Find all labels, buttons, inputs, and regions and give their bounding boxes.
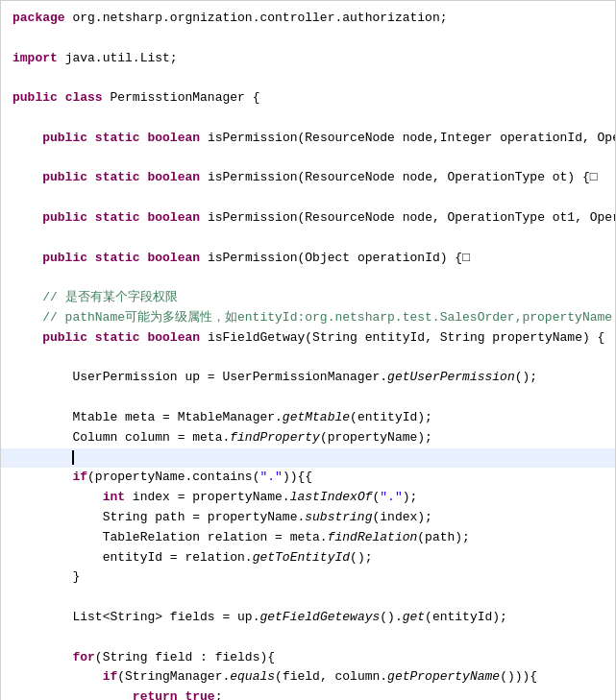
code-line-6	[1, 109, 615, 129]
code-line-12	[1, 229, 615, 249]
code-line-3: import java.util.List;	[1, 49, 615, 69]
code-line-22: Column column = meta.findProperty(proper…	[1, 428, 615, 448]
code-line-5: public class PermisstionManager {	[1, 88, 615, 109]
code-line-1: package org.netsharp.orgnization.control…	[1, 9, 615, 29]
code-line-34: if(StringManager.equals(field, column.ge…	[1, 667, 615, 688]
code-line-4	[1, 68, 615, 88]
code-line-21: Mtable meta = MtableManager.getMtable(en…	[1, 408, 615, 428]
code-editor: package org.netsharp.orgnization.control…	[0, 0, 616, 700]
code-line-7: public static boolean isPermission(Resou…	[1, 129, 615, 149]
code-line-32	[1, 628, 615, 648]
code-line-23	[1, 448, 615, 469]
code-line-19: UserPermission up = UserPermissionManage…	[1, 368, 615, 388]
code-line-10	[1, 188, 615, 208]
code-line-11: public static boolean isPermission(Resou…	[1, 208, 615, 229]
code-line-18	[1, 349, 615, 369]
code-line-20	[1, 388, 615, 408]
code-line-15: // 是否有某个字段权限	[1, 288, 615, 308]
code-line-28: entityId = relation.getToEntityId();	[1, 548, 615, 568]
code-line-9: public static boolean isPermission(Resou…	[1, 168, 615, 188]
code-line-16: // pathName可能为多级属性，如entityId:org.netshar…	[1, 308, 615, 328]
code-line-31: List<String> fields = up.getFieldGeteway…	[1, 608, 615, 628]
code-line-24: if(propertyName.contains(".")){{	[1, 468, 615, 488]
code-line-35: return true;	[1, 688, 615, 700]
code-line-29: }	[1, 567, 615, 588]
code-line-17: public static boolean isFieldGetway(Stri…	[1, 328, 615, 349]
code-line-2	[1, 29, 615, 49]
code-line-30	[1, 588, 615, 608]
code-line-25: int index = propertyName.lastIndexOf("."…	[1, 488, 615, 508]
code-line-33: for(String field : fields){	[1, 648, 615, 668]
code-line-8	[1, 149, 615, 169]
code-line-27: TableRelation relation = meta.findRelati…	[1, 528, 615, 548]
code-line-14	[1, 268, 615, 288]
code-line-13: public static boolean isPermission(Objec…	[1, 249, 615, 269]
code-line-26: String path = propertyName.substring(ind…	[1, 508, 615, 528]
